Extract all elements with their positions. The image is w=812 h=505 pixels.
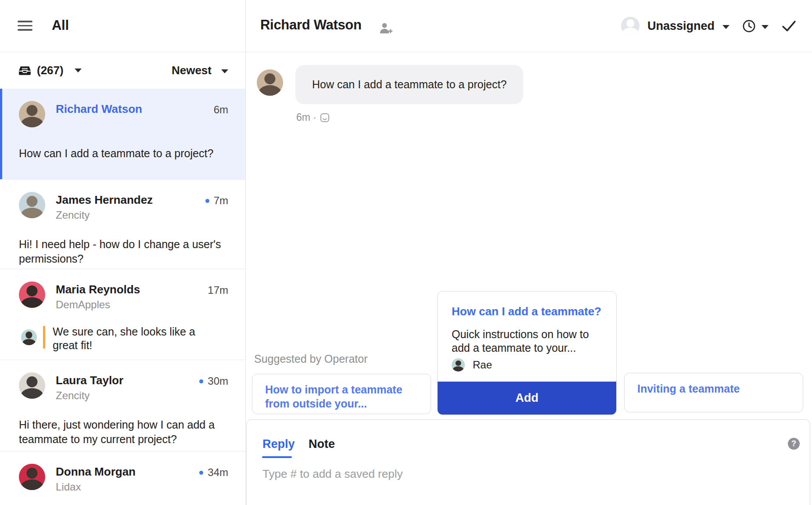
contact-company: Zencity xyxy=(56,390,90,402)
author-name: Rae xyxy=(473,359,492,371)
contact-name: Maria Reynolds xyxy=(56,283,140,296)
messenger-seen-icon xyxy=(320,113,330,123)
help-button[interactable]: ? xyxy=(788,438,800,450)
list-filter-bar: (267) Newest xyxy=(0,52,245,89)
sidebar-header: All xyxy=(0,0,245,52)
draft-note-preview: We sure can, she looks like a great fit! xyxy=(21,325,211,352)
reply-input[interactable]: Type # to add a saved reply xyxy=(262,467,745,481)
contact-company: DemApples xyxy=(56,299,110,311)
chevron-down-icon xyxy=(762,25,769,29)
conversation-time: 30m xyxy=(199,375,228,387)
chevron-down-icon xyxy=(221,69,228,73)
conversation-list-item[interactable]: Donna Morgan Lidax 34m xyxy=(0,451,245,505)
conversation-list-panel: All (267) Newest Richard Watson 6m How xyxy=(0,0,246,505)
message-sender-avatar xyxy=(257,69,283,96)
conversation-title: Richard Watson xyxy=(260,17,362,33)
sort-label: Newest xyxy=(172,64,212,77)
avatar xyxy=(19,101,45,127)
close-conversation-button[interactable] xyxy=(781,19,797,34)
conversation-count[interactable]: (267) xyxy=(37,64,64,77)
conversation-list-item[interactable]: Maria Reynolds DemApples 17m We sure can… xyxy=(0,269,245,360)
conversation-time: 6m xyxy=(214,104,228,116)
avatar xyxy=(19,281,45,308)
clock-icon xyxy=(742,19,756,33)
draft-indicator-bar xyxy=(43,326,45,349)
article-link[interactable]: Inviting a teammate xyxy=(625,373,803,404)
conversation-panel: Richard Watson Unassigned xyxy=(246,0,812,505)
message-preview: We sure can, she looks like a great fit! xyxy=(53,325,211,352)
conversation-time: 7m xyxy=(205,195,228,207)
suggested-article-card-expanded: How can I add a teammate? Quick instruct… xyxy=(437,291,617,415)
teammate-avatar xyxy=(21,329,37,345)
conversation-time: 34m xyxy=(199,466,228,479)
message-preview: How can I add a teammate to a project? xyxy=(19,146,238,161)
app-window: All (267) Newest Richard Watson 6m How xyxy=(0,0,812,505)
active-tab-underline xyxy=(262,456,292,458)
conversation-list-item[interactable]: Richard Watson 6m How can I add a teamma… xyxy=(0,89,245,180)
message-preview: Hi! I need help - how do I change a user… xyxy=(19,237,238,266)
sort-selector[interactable]: Newest xyxy=(172,64,228,77)
suggested-article-card[interactable]: Inviting a teammate xyxy=(624,373,803,412)
contact-company: Zencity xyxy=(56,209,90,221)
conversation-header: Richard Watson Unassigned xyxy=(246,0,812,52)
snooze-button[interactable] xyxy=(742,19,769,33)
article-title-link[interactable]: How can I add a teammate? xyxy=(452,305,601,318)
chevron-down-icon[interactable] xyxy=(75,69,82,72)
contact-name: Richard Watson xyxy=(56,102,142,116)
incoming-message-bubble: How can I add a teammate to a project? xyxy=(295,65,523,104)
check-icon xyxy=(781,19,797,32)
assignee-avatar xyxy=(621,17,640,35)
assignee-label: Unassigned xyxy=(647,19,715,33)
menu-icon[interactable] xyxy=(18,21,32,31)
tab-note[interactable]: Note xyxy=(309,437,335,451)
author-avatar xyxy=(452,358,465,372)
inbox-title: All xyxy=(52,18,69,33)
conversation-list-item[interactable]: Laura Taylor Zencity 30m Hi there, just … xyxy=(0,360,245,451)
tab-reply[interactable]: Reply xyxy=(262,437,295,451)
add-article-button[interactable]: Add xyxy=(438,382,616,415)
contact-name: Laura Taylor xyxy=(56,374,123,387)
avatar xyxy=(19,464,45,490)
person-add-icon[interactable] xyxy=(379,22,393,37)
contact-name: James Hernandez xyxy=(56,193,153,207)
message-meta: 6m · xyxy=(296,112,330,123)
conversation-time: 17m xyxy=(208,284,228,296)
contact-name: Donna Morgan xyxy=(56,465,136,479)
avatar xyxy=(19,372,45,399)
inbox-icon[interactable] xyxy=(18,65,31,78)
suggested-by-operator-label: Suggested by Operator xyxy=(254,353,368,365)
unread-dot xyxy=(199,471,203,475)
contact-company: Lidax xyxy=(56,481,81,493)
unread-dot xyxy=(205,199,209,203)
article-link[interactable]: How to import a teammate from outside yo… xyxy=(252,374,431,419)
unread-dot xyxy=(199,379,203,383)
message-timestamp: 6m · xyxy=(296,112,316,123)
article-author: Rae xyxy=(452,358,492,372)
avatar xyxy=(19,192,45,218)
message-preview: Hi there, just wondering how I can add a… xyxy=(19,418,238,447)
suggested-article-card[interactable]: How to import a teammate from outside yo… xyxy=(252,374,431,414)
reply-composer: Reply Note Type # to add a saved reply ? xyxy=(246,419,810,505)
article-summary: Quick instructions on how to add a teamm… xyxy=(452,328,604,355)
conversation-list-item[interactable]: James Hernandez Zencity 7m Hi! I need he… xyxy=(0,180,245,269)
chevron-down-icon xyxy=(722,25,729,29)
assignee-selector[interactable]: Unassigned xyxy=(621,17,729,35)
